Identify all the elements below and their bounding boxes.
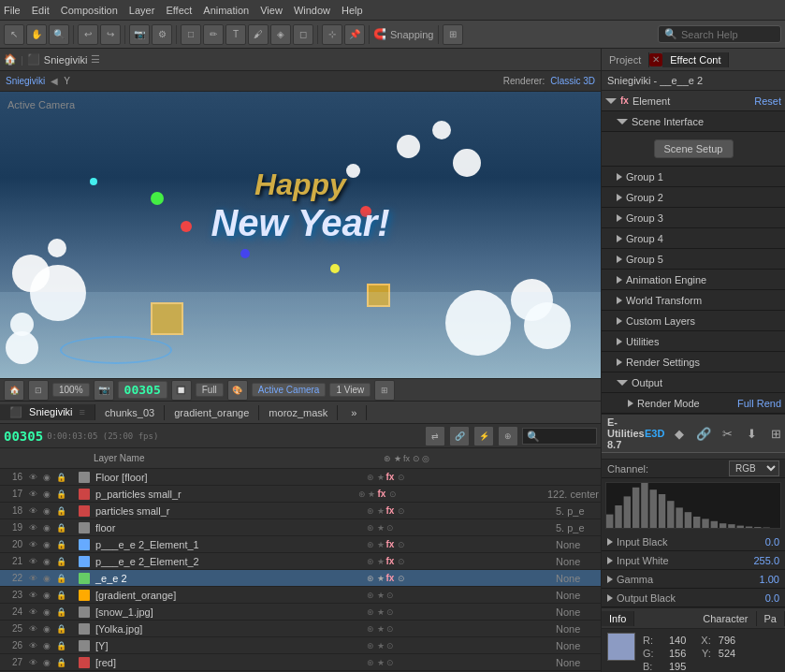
menu-effect[interactable]: Effect — [166, 5, 192, 16]
anim-engine-row[interactable]: Animation Engine — [602, 270, 785, 290]
close-project-btn[interactable]: ✕ — [649, 53, 662, 66]
quality-select[interactable]: Full — [196, 383, 224, 397]
layer-row[interactable]: 25 👁 ◉ 🔒 [Yolka.jpg] ⊛ ★ ⊙ None — [0, 621, 601, 637]
menu-edit[interactable]: Edit — [32, 5, 50, 16]
menu-view[interactable]: View — [260, 5, 283, 16]
custom-layers-row[interactable]: Custom Layers — [602, 311, 785, 331]
solo-btn[interactable]: ◉ — [40, 622, 53, 635]
lock-btn[interactable]: 🔒 — [54, 504, 67, 518]
channel-select[interactable]: RGB Red Green Blue — [729, 460, 779, 476]
zoom-select[interactable]: 100% — [52, 383, 90, 397]
layer-row[interactable]: 16 👁 ◉ 🔒 Floor [floor] ⊛ ★ fx ⊙ — [0, 469, 601, 486]
tab-more[interactable]: » — [342, 405, 367, 420]
tab-moroz[interactable]: moroz_mask — [259, 405, 338, 420]
grid-btn[interactable]: ⊞ — [443, 24, 463, 45]
visibility-btn[interactable]: 👁 — [26, 488, 39, 501]
lock-btn[interactable]: 🔒 — [54, 538, 67, 551]
render-mode-row[interactable]: Render Mode Full Rend — [602, 393, 785, 414]
custom-layers-toggle[interactable] — [617, 317, 622, 325]
tab-character[interactable]: Character — [695, 611, 756, 626]
layer-ctrl-4[interactable]: ⊕ — [498, 426, 518, 446]
visibility-btn[interactable]: 👁 — [26, 639, 39, 652]
redo-btn[interactable]: ↪ — [100, 24, 121, 45]
solo-btn[interactable]: ◉ — [40, 488, 53, 501]
camera-btn[interactable]: 📷 — [129, 24, 150, 45]
group1-row[interactable]: Group 1 — [602, 167, 785, 187]
renderer-val[interactable]: Classic 3D — [550, 76, 595, 86]
tab-effect[interactable]: Effect Cont — [662, 52, 729, 67]
viewer-nav-prev[interactable]: ◀ — [51, 76, 58, 86]
layer-row[interactable]: 19 👁 ◉ 🔒 floor ⊛ ★ ⊙ 5. p_e — [0, 519, 601, 536]
camera-select[interactable]: Active Camera — [252, 383, 327, 397]
group2-row[interactable]: Group 2 — [602, 187, 785, 208]
utilities-row[interactable]: Utilities — [602, 331, 785, 352]
timecode-display[interactable]: 00305 — [118, 381, 167, 399]
menu-help[interactable]: Help — [342, 5, 363, 16]
input-white-val[interactable]: 255.0 — [753, 555, 779, 566]
input-white-toggle[interactable] — [607, 557, 613, 564]
viewer-home-btn[interactable]: 🏠 — [4, 380, 24, 401]
text-tool[interactable]: T — [225, 24, 246, 45]
layer-ctrl-1[interactable]: ⇄ — [425, 426, 445, 446]
download-btn[interactable]: ⬇ — [742, 423, 763, 444]
visibility-btn[interactable]: 👁 — [26, 572, 39, 585]
output-row[interactable]: Output — [602, 373, 785, 393]
visibility-btn[interactable]: 👁 — [26, 622, 39, 635]
viewer-bottombar[interactable]: 🏠 ⊡ 100% 📷 00305 🔲 Full 🎨 Active Camera … — [0, 378, 601, 401]
timecode-main[interactable]: 00305 — [4, 429, 43, 444]
menu-composition[interactable]: Composition — [61, 5, 118, 16]
search-box[interactable]: 🔍 — [658, 25, 781, 43]
e3d-btn[interactable]: E3D — [645, 423, 665, 444]
solo-btn[interactable]: ◉ — [40, 555, 53, 568]
view-count-select[interactable]: 1 View — [329, 383, 371, 397]
layer-row[interactable]: 17 👁 ◉ 🔒 p_particles small_r ⊛ ★ fx ⊙ 12… — [0, 486, 601, 503]
tab-sniegiviki[interactable]: ⬛ Sniegiviki ≡ — [0, 404, 95, 420]
lock-btn[interactable]: 🔒 — [54, 639, 67, 652]
eraser-tool[interactable]: ◻ — [293, 24, 313, 45]
scene-interface-toggle[interactable] — [617, 119, 628, 124]
layer-row[interactable]: 24 👁 ◉ 🔒 [snow_1.jpg] ⊛ ★ ⊙ None — [0, 604, 601, 621]
output-black-val[interactable]: 0.0 — [765, 592, 779, 604]
select-tool[interactable]: ↖ — [4, 24, 24, 45]
utilities-toggle[interactable] — [617, 338, 622, 345]
layer-row[interactable]: 22 👁 ◉ 🔒 _e_e 2 ⊛ ★ fx ⊙ None — [0, 570, 601, 587]
viewer-fit-btn[interactable]: ⊡ — [28, 380, 49, 401]
lock-btn[interactable]: 🔒 — [54, 656, 67, 669]
pin-tool[interactable]: 📌 — [344, 24, 365, 45]
scissors-btn[interactable]: ✂ — [718, 423, 738, 444]
render-mode-toggle[interactable] — [628, 400, 633, 407]
lock-btn[interactable]: 🔒 — [54, 488, 67, 501]
scene-setup-btn[interactable]: Scene Setup — [654, 139, 734, 158]
undo-btn[interactable]: ↩ — [78, 24, 98, 45]
layer-row[interactable]: 21 👁 ◉ 🔒 p___e_e 2_Element_2 ⊛ ★ fx ⊙ No… — [0, 553, 601, 570]
solo-btn[interactable]: ◉ — [40, 606, 53, 619]
render-settings-row[interactable]: Render Settings — [602, 352, 785, 373]
tab-info[interactable]: Info — [602, 611, 634, 626]
layer-row[interactable]: 23 👁 ◉ 🔒 [gradient_orange] ⊛ ★ ⊙ None — [0, 587, 601, 604]
visibility-btn[interactable]: 👁 — [26, 589, 39, 602]
gamma-val[interactable]: 1.00 — [760, 574, 779, 585]
link-btn[interactable]: 🔗 — [693, 423, 714, 444]
solo-btn[interactable]: ◉ — [40, 504, 53, 518]
group3-row[interactable]: Group 3 — [602, 208, 785, 228]
menu-layer[interactable]: Layer — [129, 5, 155, 16]
solo-btn[interactable]: ◉ — [40, 538, 53, 551]
visibility-btn[interactable]: 👁 — [26, 504, 39, 518]
group4-toggle[interactable] — [617, 235, 622, 242]
solo-btn[interactable]: ◉ — [40, 656, 53, 669]
brush-tool[interactable]: 🖌 — [248, 24, 269, 45]
layer-row[interactable]: 26 👁 ◉ 🔒 [Y] ⊛ ★ ⊙ None — [0, 637, 601, 654]
world-transform-row[interactable]: World Transform — [602, 290, 785, 311]
tab-project[interactable]: Project — [602, 52, 649, 67]
lock-btn[interactable]: 🔒 — [54, 622, 67, 635]
layer-ctrl-2[interactable]: 🔗 — [449, 426, 470, 446]
lock-btn[interactable]: 🔒 — [54, 572, 67, 585]
visibility-btn[interactable]: 👁 — [26, 521, 39, 534]
input-black-val[interactable]: 0.0 — [765, 536, 779, 548]
group3-toggle[interactable] — [617, 214, 622, 222]
element-reset[interactable]: Reset — [754, 95, 781, 107]
viewer-snap-btn[interactable]: 📷 — [94, 380, 114, 401]
zoom-tool[interactable]: 🔍 — [49, 24, 69, 45]
viewer-color-btn[interactable]: 🎨 — [227, 380, 248, 401]
lock-btn[interactable]: 🔒 — [54, 471, 67, 484]
